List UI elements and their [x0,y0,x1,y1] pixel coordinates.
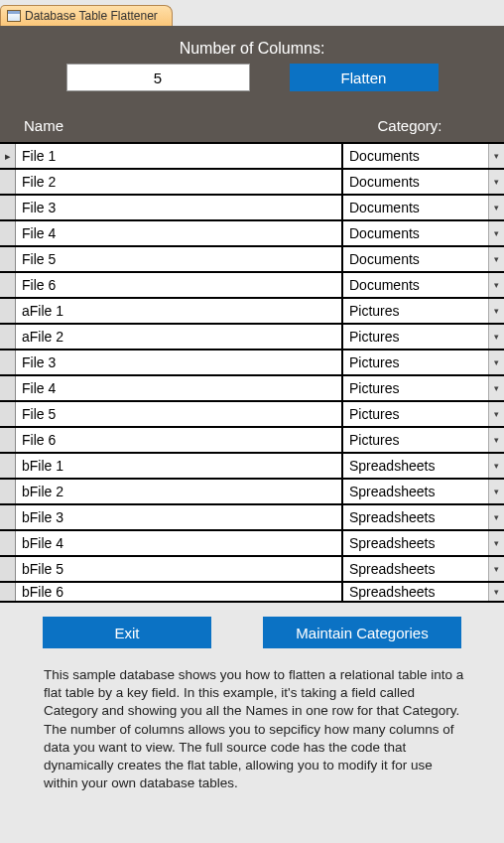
chevron-down-icon[interactable]: ▾ [488,505,504,529]
table-row[interactable]: File 3Pictures▾ [0,351,504,376]
name-cell[interactable]: File 2 [16,170,343,194]
chevron-down-icon[interactable]: ▾ [488,428,504,452]
chevron-down-icon[interactable]: ▾ [488,144,504,168]
chevron-down-icon[interactable]: ▾ [488,351,504,374]
flatten-button[interactable]: Flatten [290,64,439,91]
name-cell[interactable]: bFile 1 [16,454,343,478]
category-cell[interactable]: Spreadsheets▾ [343,454,504,478]
record-selector[interactable] [0,247,16,271]
table-row[interactable]: File 5Documents▾ [0,247,504,273]
chevron-down-icon[interactable]: ▾ [488,170,504,194]
category-value: Documents [349,148,420,164]
category-value: Pictures [349,354,400,370]
table-row[interactable]: bFile 3Spreadsheets▾ [0,505,504,531]
category-cell[interactable]: Pictures▾ [343,351,504,374]
name-cell[interactable]: File 3 [16,351,343,374]
name-cell[interactable]: File 3 [16,196,343,219]
category-cell[interactable]: Documents▾ [343,196,504,219]
columns-input[interactable]: 5 [66,64,250,91]
name-cell[interactable]: File 4 [16,376,343,400]
record-selector[interactable] [0,505,16,529]
category-cell[interactable]: Documents▾ [343,247,504,271]
name-cell[interactable]: File 1 [16,144,343,168]
category-cell[interactable]: Documents▾ [343,144,504,168]
table-row[interactable]: bFile 5Spreadsheets▾ [0,557,504,583]
name-cell[interactable]: bFile 4 [16,531,343,555]
category-value: Pictures [349,303,400,319]
record-selector[interactable] [0,402,16,426]
chevron-down-icon[interactable]: ▾ [488,454,504,478]
record-selector[interactable] [0,376,16,400]
chevron-down-icon[interactable]: ▾ [488,247,504,271]
chevron-down-icon[interactable]: ▾ [488,221,504,245]
table-row[interactable]: File 5Pictures▾ [0,402,504,428]
category-cell[interactable]: Spreadsheets▾ [343,557,504,581]
table-row[interactable]: File 4Pictures▾ [0,376,504,402]
record-selector[interactable] [0,221,16,245]
name-cell[interactable]: File 6 [16,273,343,297]
chevron-down-icon[interactable]: ▾ [488,196,504,219]
name-cell[interactable]: File 4 [16,221,343,245]
table-row[interactable]: File 4Documents▾ [0,221,504,247]
name-cell[interactable]: aFile 2 [16,325,343,349]
name-cell[interactable]: aFile 1 [16,299,343,323]
category-value: Pictures [349,329,400,345]
table-row[interactable]: File 6Documents▾ [0,273,504,299]
category-cell[interactable]: Pictures▾ [343,402,504,426]
table-row[interactable]: aFile 1Pictures▾ [0,299,504,325]
table-row[interactable]: bFile 1Spreadsheets▾ [0,454,504,480]
record-selector[interactable] [0,428,16,452]
table-row[interactable]: File 6Pictures▾ [0,428,504,454]
category-cell[interactable]: Spreadsheets▾ [343,480,504,503]
record-selector[interactable] [0,170,16,194]
table-row[interactable]: bFile 2Spreadsheets▾ [0,480,504,505]
record-selector[interactable]: ▸ [0,144,16,168]
name-cell[interactable]: bFile 2 [16,480,343,503]
category-value: Documents [349,200,420,215]
record-selector[interactable] [0,583,16,601]
category-cell[interactable]: Spreadsheets▾ [343,531,504,555]
record-selector[interactable] [0,299,16,323]
record-selector[interactable] [0,454,16,478]
exit-button[interactable]: Exit [43,617,211,648]
name-cell[interactable]: File 5 [16,402,343,426]
record-selector[interactable] [0,273,16,297]
name-cell[interactable]: bFile 6 [16,583,343,601]
record-selector[interactable] [0,196,16,219]
name-cell[interactable]: bFile 3 [16,505,343,529]
chevron-down-icon[interactable]: ▾ [488,376,504,400]
name-cell[interactable]: bFile 5 [16,557,343,581]
chevron-down-icon[interactable]: ▾ [488,531,504,555]
category-cell[interactable]: Pictures▾ [343,325,504,349]
record-selector[interactable] [0,480,16,503]
record-selector[interactable] [0,557,16,581]
maintain-categories-button[interactable]: Maintain Categories [263,617,461,648]
category-cell[interactable]: Pictures▾ [343,376,504,400]
chevron-down-icon[interactable]: ▾ [488,273,504,297]
table-row[interactable]: ▸File 1Documents▾ [0,144,504,170]
chevron-down-icon[interactable]: ▾ [488,325,504,349]
chevron-down-icon[interactable]: ▾ [488,299,504,323]
table-row[interactable]: File 2Documents▾ [0,170,504,196]
record-selector[interactable] [0,351,16,374]
category-cell[interactable]: Pictures▾ [343,299,504,323]
table-row[interactable]: aFile 2Pictures▾ [0,325,504,351]
category-cell[interactable]: Spreadsheets▾ [343,505,504,529]
name-cell[interactable]: File 5 [16,247,343,271]
table-row[interactable]: bFile 6Spreadsheets▾ [0,583,504,603]
category-cell[interactable]: Documents▾ [343,273,504,297]
category-cell[interactable]: Spreadsheets▾ [343,583,504,601]
chevron-down-icon[interactable]: ▾ [488,583,504,601]
record-selector[interactable] [0,325,16,349]
name-cell[interactable]: File 6 [16,428,343,452]
category-cell[interactable]: Pictures▾ [343,428,504,452]
table-row[interactable]: bFile 4Spreadsheets▾ [0,531,504,557]
chevron-down-icon[interactable]: ▾ [488,402,504,426]
chevron-down-icon[interactable]: ▾ [488,480,504,503]
record-selector[interactable] [0,531,16,555]
category-cell[interactable]: Documents▾ [343,170,504,194]
category-cell[interactable]: Documents▾ [343,221,504,245]
chevron-down-icon[interactable]: ▾ [488,557,504,581]
table-row[interactable]: File 3Documents▾ [0,196,504,221]
form-tab[interactable]: Database Table Flattener [0,5,173,26]
